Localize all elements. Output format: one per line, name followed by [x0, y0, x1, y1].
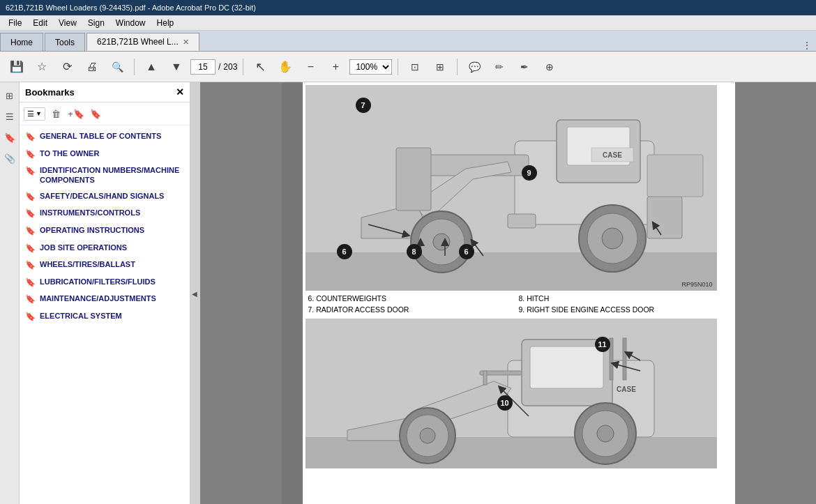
zoom-in-button[interactable]: +: [324, 56, 347, 78]
bookmark-item-9[interactable]: 🔖MAINTENANCE/ADJUSTMENTS: [20, 291, 190, 308]
page-input[interactable]: [190, 59, 216, 75]
panel-collapse-handle[interactable]: ◀: [190, 82, 200, 504]
menu-help[interactable]: Help: [151, 17, 180, 29]
print-button[interactable]: 🖨: [81, 56, 103, 78]
svg-rect-1: [305, 252, 717, 291]
menu-edit[interactable]: Edit: [27, 17, 53, 29]
hand-tool[interactable]: ✋: [274, 56, 296, 78]
bookmark-label-3: SAFETY/DECALS/HAND SIGNALS: [40, 191, 164, 201]
bookmark-icon-0: 🔖: [25, 132, 36, 143]
svg-point-34: [420, 428, 435, 443]
pdf-content-area[interactable]: TRIM THIS EDGE: [200, 82, 816, 504]
fit-page-button[interactable]: ⊡: [404, 56, 426, 78]
bookmark-label-7: WHEELS/TIRES/BALLAST: [40, 259, 135, 269]
reflow-button[interactable]: ⊞: [429, 56, 451, 78]
svg-rect-16: [396, 148, 431, 211]
svg-rect-17: [508, 214, 536, 228]
tab-document[interactable]: 621B,721B Wheel L... ✕: [86, 33, 199, 51]
left-margin: TRIM THIS EDGE: [282, 82, 303, 504]
bookmarks-view-dropdown[interactable]: ☰ ▼: [24, 107, 45, 121]
bookmarks-toolbar: ☰ ▼ 🗑 +🔖 🔖: [20, 102, 190, 125]
zoom-out-button[interactable]: −: [299, 56, 322, 78]
top-image: CASE: [305, 85, 717, 291]
add-bookmark-button[interactable]: +🔖: [68, 105, 84, 122]
pen-button[interactable]: ✏: [488, 56, 511, 78]
tab-close-icon[interactable]: ✕: [183, 38, 189, 47]
bookmark-icon-1: 🔖: [25, 149, 36, 160]
pdf-page: CASE: [303, 82, 735, 504]
page-nav: / 203: [190, 59, 237, 75]
page-total: 203: [223, 62, 237, 72]
bookmark-item-10[interactable]: 🔖ELECTRICAL SYSTEM: [20, 308, 190, 326]
bookmark-item-5[interactable]: 🔖OPERATING INSTRUCTIONS: [20, 222, 190, 240]
tools-icon[interactable]: ⊞: [2, 88, 17, 103]
left-icon-sidebar: ⊞ ☰ 🔖 📎: [0, 82, 20, 504]
comment-button[interactable]: 💬: [463, 56, 485, 78]
svg-text:CASE: CASE: [617, 385, 636, 393]
menu-view[interactable]: View: [53, 17, 82, 29]
bookmark-button[interactable]: ☆: [31, 56, 53, 78]
toolbar: 💾 ☆ ⟳ 🖨 🔍 ▲ ▼ / 203 ↖ ✋ − + 100% 75% 125…: [0, 52, 816, 82]
bookmark-item-8[interactable]: 🔖LUBRICATION/FILTERS/FLUIDS: [20, 274, 190, 291]
svg-text:CASE: CASE: [603, 151, 622, 159]
bookmark-label-8: LUBRICATION/FILTERS/FLUIDS: [40, 277, 156, 287]
delete-bookmark-button[interactable]: 🗑: [48, 105, 65, 122]
bookmark-item-6[interactable]: 🔖JOB SITE OPERATIONS: [20, 240, 190, 257]
tab-document-label: 621B,721B Wheel L...: [97, 37, 179, 47]
callout-7: 7: [356, 98, 371, 113]
caption-9: 9. RIGHT SIDE ENGINE ACCESS DOOR: [519, 305, 730, 316]
callout-6-left: 6: [337, 244, 352, 259]
bookmark-label-1: TO THE OWNER: [40, 148, 99, 158]
callout-10: 10: [497, 395, 513, 411]
bookmark-label-6: JOB SITE OPERATIONS: [40, 243, 127, 252]
save-button[interactable]: 💾: [6, 56, 28, 78]
layers-icon[interactable]: ☰: [2, 109, 17, 124]
attachments-icon[interactable]: 📎: [2, 151, 17, 166]
image-ref-top: RP95N010: [681, 281, 712, 288]
callout-11: 11: [595, 337, 610, 352]
bookmark-item-4[interactable]: 🔖INSTRUMENTS/CONTROLS: [20, 205, 190, 222]
svg-rect-38: [483, 371, 487, 385]
bookmark-item-2[interactable]: 🔖IDENTIFICATION NUMBERS/MACHINE COMPONEN…: [20, 162, 190, 188]
zoom-select[interactable]: 100% 75% 125% 150%: [349, 59, 392, 75]
cloud-button[interactable]: ⟳: [56, 56, 78, 78]
bookmark-item-1[interactable]: 🔖TO THE OWNER: [20, 146, 190, 163]
separator-2: [243, 59, 243, 75]
tab-bar: Home Tools 621B,721B Wheel L... ✕ ⋮: [0, 31, 816, 52]
tab-menu-icon[interactable]: ⋮: [802, 40, 812, 51]
dropdown-arrow-icon: ▼: [36, 110, 42, 117]
tab-home[interactable]: Home: [0, 33, 43, 51]
find-bookmark-button[interactable]: 🔖: [87, 105, 104, 122]
callout-8: 8: [407, 244, 422, 259]
caption-6: 6. COUNTERWEIGHTS: [308, 293, 519, 305]
svg-rect-27: [530, 346, 603, 388]
bookmark-item-7[interactable]: 🔖WHEELS/TIRES/BALLAST: [20, 257, 190, 274]
menu-sign[interactable]: Sign: [82, 17, 110, 29]
menu-window[interactable]: Window: [110, 17, 151, 29]
zoom-out-icon[interactable]: 🔍: [106, 56, 128, 78]
callout-9: 9: [522, 165, 537, 181]
bookmark-label-5: OPERATING INSTRUCTIONS: [40, 225, 144, 235]
menu-file[interactable]: File: [3, 17, 27, 29]
next-page-button[interactable]: ▼: [165, 56, 188, 78]
svg-rect-15: [647, 155, 703, 197]
select-tool[interactable]: ↖: [249, 56, 271, 78]
svg-point-31: [597, 425, 614, 442]
caption-7: 7. RADIATOR ACCESS DOOR: [308, 305, 519, 316]
svg-point-13: [433, 234, 450, 250]
bookmark-item-0[interactable]: 🔖GENERAL TABLE OF CONTENTS: [20, 128, 190, 146]
bookmark-item-3[interactable]: 🔖SAFETY/DECALS/HAND SIGNALS: [20, 188, 190, 206]
signature-button[interactable]: ✒: [513, 56, 536, 78]
stamp-button[interactable]: ⊕: [538, 56, 561, 78]
menu-bar: File Edit View Sign Window Help: [0, 15, 816, 31]
bookmarks-icon[interactable]: 🔖: [2, 130, 17, 145]
svg-rect-24: [305, 437, 717, 468]
bookmark-label-2: IDENTIFICATION NUMBERS/MACHINE COMPONENT…: [40, 165, 184, 185]
bookmark-icon-10: 🔖: [25, 312, 36, 323]
prev-page-button[interactable]: ▲: [140, 56, 163, 78]
bookmarks-title: Bookmarks: [25, 87, 75, 98]
bookmarks-close-icon[interactable]: ✕: [176, 86, 184, 98]
svg-point-10: [602, 228, 623, 249]
tab-tools[interactable]: Tools: [45, 33, 85, 51]
title-text: 621B,721B Wheel Loaders (9-24435).pdf - …: [6, 3, 256, 12]
